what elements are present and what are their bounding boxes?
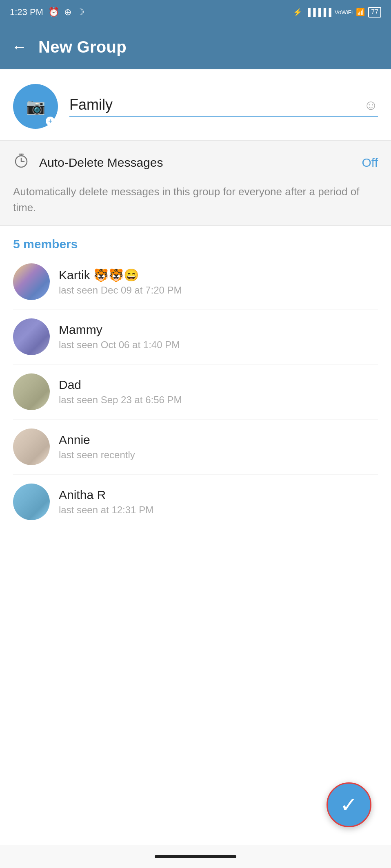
- list-item: Kartik 🐯🐯😄 last seen Dec 09 at 7:20 PM: [13, 254, 378, 309]
- member-status: last seen Dec 09 at 7:20 PM: [59, 285, 378, 296]
- wifi-icon: 📶: [356, 8, 365, 17]
- auto-delete-label: Auto-Delete Messages: [39, 156, 352, 170]
- home-indicator: [155, 855, 236, 858]
- timer-icon: [13, 152, 29, 172]
- member-name: Mammy: [59, 323, 378, 337]
- moon-icon: ☽: [76, 7, 84, 18]
- member-status: last seen at 12:31 PM: [59, 504, 378, 516]
- status-bar-left: 1:23 PM ⏰ ⊕ ☽: [10, 7, 84, 18]
- member-info: Mammy last seen Oct 06 at 1:40 PM: [59, 323, 378, 351]
- group-name-input[interactable]: [69, 96, 357, 113]
- member-name: Dad: [59, 378, 378, 392]
- group-name-section: 📷 + ☺: [0, 69, 391, 141]
- list-item: Annie last seen recently: [13, 420, 378, 475]
- list-item: Dad last seen Sep 23 at 6:56 PM: [13, 364, 378, 420]
- toolbar: ← New Group: [0, 24, 391, 69]
- status-bar-right: ⚡ ▐▐▐▐▐ VoWiFi 📶 77: [293, 7, 381, 18]
- status-bar: 1:23 PM ⏰ ⊕ ☽ ⚡ ▐▐▐▐▐ VoWiFi 📶 77: [0, 0, 391, 24]
- checkmark-icon: ✓: [340, 793, 358, 817]
- confirm-fab[interactable]: ✓: [327, 782, 371, 827]
- member-info: Dad last seen Sep 23 at 6:56 PM: [59, 378, 378, 406]
- avatar: [13, 373, 50, 410]
- status-time: 1:23 PM: [10, 7, 43, 18]
- member-list: Kartik 🐯🐯😄 last seen Dec 09 at 7:20 PM M…: [13, 254, 378, 529]
- avatar: [13, 484, 50, 520]
- plus-badge: +: [46, 117, 55, 126]
- member-info: Kartik 🐯🐯😄 last seen Dec 09 at 7:20 PM: [59, 268, 378, 296]
- avatar-upload-button[interactable]: 📷 +: [13, 84, 58, 129]
- name-input-wrapper: ☺: [69, 96, 378, 117]
- member-name: Kartik 🐯🐯😄: [59, 268, 378, 282]
- avatar: [13, 263, 50, 300]
- members-section: 5 members Kartik 🐯🐯😄 last seen Dec 09 at…: [0, 226, 391, 529]
- auto-delete-value: Off: [362, 156, 378, 170]
- back-button[interactable]: ←: [11, 39, 27, 55]
- list-item: Mammy last seen Oct 06 at 1:40 PM: [13, 309, 378, 364]
- avatar: [13, 318, 50, 355]
- member-status: last seen recently: [59, 449, 378, 461]
- auto-delete-row[interactable]: Auto-Delete Messages Off: [0, 141, 391, 184]
- vo-wifi-icon: VoWiFi: [335, 9, 353, 15]
- bluetooth-icon: ⚡: [293, 8, 302, 17]
- signal-icon: ▐▐▐▐▐: [305, 8, 331, 17]
- bottom-navigation-bar: [0, 845, 391, 868]
- member-status: last seen Sep 23 at 6:56 PM: [59, 394, 378, 406]
- member-info: Annie last seen recently: [59, 433, 378, 461]
- member-name: Anitha R: [59, 488, 378, 502]
- member-info: Anitha R last seen at 12:31 PM: [59, 488, 378, 516]
- page-title: New Group: [38, 38, 127, 56]
- camera-icon: 📷: [26, 97, 45, 115]
- emoji-button[interactable]: ☺: [364, 97, 378, 113]
- member-status: last seen Oct 06 at 1:40 PM: [59, 339, 378, 351]
- whatsapp-icon: ⊕: [64, 7, 71, 18]
- alarm-icon: ⏰: [48, 7, 59, 18]
- member-name: Annie: [59, 433, 378, 447]
- auto-delete-description: Automatically delete messages in this gr…: [0, 184, 391, 225]
- list-item: Anitha R last seen at 12:31 PM: [13, 475, 378, 529]
- avatar: [13, 428, 50, 465]
- members-count: 5 members: [13, 237, 378, 251]
- battery-indicator: 77: [368, 7, 381, 18]
- auto-delete-section: Auto-Delete Messages Off Automatically d…: [0, 141, 391, 226]
